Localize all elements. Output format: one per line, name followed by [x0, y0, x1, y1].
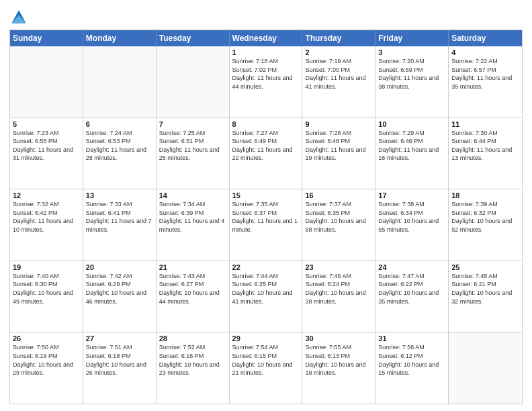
calendar-cell: 9Sunrise: 7:28 AM Sunset: 6:48 PM Daylig… [302, 118, 375, 189]
calendar-cell [157, 46, 230, 118]
day-number: 15 [232, 191, 300, 199]
day-number: 30 [305, 334, 372, 342]
day-number: 4 [451, 48, 519, 56]
calendar-cell: 11Sunrise: 7:30 AM Sunset: 6:44 PM Dayli… [449, 118, 522, 189]
calendar-header-cell: Friday [375, 30, 449, 46]
day-number: 5 [13, 120, 80, 128]
day-number: 18 [451, 191, 519, 199]
day-number: 19 [13, 263, 80, 271]
calendar-cell: 21Sunrise: 7:43 AM Sunset: 6:27 PM Dayli… [157, 261, 230, 332]
day-info: Sunrise: 7:38 AM Sunset: 6:34 PM Dayligh… [378, 200, 445, 234]
day-number: 8 [232, 120, 300, 128]
day-info: Sunrise: 7:25 AM Sunset: 6:51 PM Dayligh… [159, 129, 226, 163]
header [9, 7, 523, 26]
calendar-cell: 30Sunrise: 7:55 AM Sunset: 6:13 PM Dayli… [302, 332, 375, 404]
day-info: Sunrise: 7:43 AM Sunset: 6:27 PM Dayligh… [159, 272, 226, 306]
day-info: Sunrise: 7:30 AM Sunset: 6:44 PM Dayligh… [451, 129, 519, 163]
calendar-cell: 20Sunrise: 7:42 AM Sunset: 6:29 PM Dayli… [83, 261, 157, 332]
day-info: Sunrise: 7:42 AM Sunset: 6:29 PM Dayligh… [86, 272, 153, 306]
day-info: Sunrise: 7:40 AM Sunset: 6:30 PM Dayligh… [13, 272, 80, 306]
calendar-header-cell: Tuesday [157, 30, 230, 46]
calendar-cell: 22Sunrise: 7:44 AM Sunset: 6:25 PM Dayli… [230, 261, 303, 332]
day-number: 20 [86, 263, 153, 271]
svg-marker-1 [12, 15, 26, 23]
calendar-header-cell: Sunday [10, 30, 83, 46]
day-number: 14 [159, 191, 226, 199]
day-info: Sunrise: 7:27 AM Sunset: 6:49 PM Dayligh… [232, 129, 300, 163]
calendar-cell [10, 46, 83, 118]
day-number: 28 [159, 334, 226, 342]
day-number: 29 [232, 334, 300, 342]
day-number: 9 [305, 120, 372, 128]
day-number: 17 [378, 191, 445, 199]
calendar-cell: 1Sunrise: 7:18 AM Sunset: 7:02 PM Daylig… [230, 46, 303, 118]
calendar-header-row: SundayMondayTuesdayWednesdayThursdayFrid… [10, 30, 522, 46]
day-info: Sunrise: 7:54 AM Sunset: 6:15 PM Dayligh… [232, 343, 300, 377]
page: SundayMondayTuesdayWednesdayThursdayFrid… [0, 0, 532, 411]
calendar-cell: 31Sunrise: 7:56 AM Sunset: 6:12 PM Dayli… [375, 332, 449, 404]
calendar-cell: 27Sunrise: 7:51 AM Sunset: 6:18 PM Dayli… [83, 332, 157, 404]
day-number: 31 [378, 334, 445, 342]
day-info: Sunrise: 7:23 AM Sunset: 6:55 PM Dayligh… [13, 129, 80, 163]
calendar-header-cell: Wednesday [230, 30, 303, 46]
day-number: 3 [378, 48, 445, 56]
day-number: 23 [305, 263, 372, 271]
calendar-cell [83, 46, 157, 118]
calendar-cell: 24Sunrise: 7:47 AM Sunset: 6:22 PM Dayli… [375, 261, 449, 332]
calendar-week-row: 26Sunrise: 7:50 AM Sunset: 6:19 PM Dayli… [10, 332, 522, 404]
calendar-cell: 28Sunrise: 7:52 AM Sunset: 6:16 PM Dayli… [157, 332, 230, 404]
day-info: Sunrise: 7:56 AM Sunset: 6:12 PM Dayligh… [378, 343, 445, 377]
calendar-cell: 29Sunrise: 7:54 AM Sunset: 6:15 PM Dayli… [230, 332, 303, 404]
calendar-header-cell: Monday [83, 30, 157, 46]
day-number: 12 [13, 191, 80, 199]
day-info: Sunrise: 7:47 AM Sunset: 6:22 PM Dayligh… [378, 272, 445, 306]
calendar-cell: 6Sunrise: 7:24 AM Sunset: 6:53 PM Daylig… [83, 118, 157, 189]
day-number: 25 [451, 263, 519, 271]
calendar-week-row: 1Sunrise: 7:18 AM Sunset: 7:02 PM Daylig… [10, 46, 522, 118]
calendar-cell: 8Sunrise: 7:27 AM Sunset: 6:49 PM Daylig… [230, 118, 303, 189]
calendar-cell: 18Sunrise: 7:39 AM Sunset: 6:32 PM Dayli… [449, 189, 522, 261]
day-info: Sunrise: 7:55 AM Sunset: 6:13 PM Dayligh… [305, 343, 372, 377]
calendar-cell: 26Sunrise: 7:50 AM Sunset: 6:19 PM Dayli… [10, 332, 83, 404]
day-number: 7 [159, 120, 226, 128]
calendar-cell: 10Sunrise: 7:29 AM Sunset: 6:46 PM Dayli… [375, 118, 449, 189]
day-number: 1 [232, 48, 300, 56]
day-number: 16 [305, 191, 372, 199]
day-info: Sunrise: 7:32 AM Sunset: 6:42 PM Dayligh… [13, 200, 80, 234]
logo [9, 7, 30, 26]
day-info: Sunrise: 7:22 AM Sunset: 6:57 PM Dayligh… [451, 57, 519, 91]
calendar-cell: 3Sunrise: 7:20 AM Sunset: 6:59 PM Daylig… [375, 46, 449, 118]
day-number: 21 [159, 263, 226, 271]
day-info: Sunrise: 7:37 AM Sunset: 6:35 PM Dayligh… [305, 200, 372, 234]
calendar-cell [449, 332, 522, 404]
day-number: 27 [86, 334, 153, 342]
day-info: Sunrise: 7:33 AM Sunset: 6:41 PM Dayligh… [86, 200, 153, 234]
day-info: Sunrise: 7:34 AM Sunset: 6:39 PM Dayligh… [159, 200, 226, 234]
calendar-cell: 12Sunrise: 7:32 AM Sunset: 6:42 PM Dayli… [10, 189, 83, 261]
logo-icon [9, 7, 28, 26]
day-number: 26 [13, 334, 80, 342]
day-info: Sunrise: 7:46 AM Sunset: 6:24 PM Dayligh… [305, 272, 372, 306]
calendar-cell: 2Sunrise: 7:19 AM Sunset: 7:00 PM Daylig… [302, 46, 375, 118]
day-number: 22 [232, 263, 300, 271]
calendar: SundayMondayTuesdayWednesdayThursdayFrid… [9, 30, 523, 404]
calendar-cell: 19Sunrise: 7:40 AM Sunset: 6:30 PM Dayli… [10, 261, 83, 332]
calendar-body: 1Sunrise: 7:18 AM Sunset: 7:02 PM Daylig… [10, 46, 522, 404]
calendar-cell: 16Sunrise: 7:37 AM Sunset: 6:35 PM Dayli… [302, 189, 375, 261]
day-info: Sunrise: 7:48 AM Sunset: 6:21 PM Dayligh… [451, 272, 519, 306]
day-info: Sunrise: 7:35 AM Sunset: 6:37 PM Dayligh… [232, 200, 300, 234]
day-info: Sunrise: 7:20 AM Sunset: 6:59 PM Dayligh… [378, 57, 445, 91]
calendar-cell: 14Sunrise: 7:34 AM Sunset: 6:39 PM Dayli… [157, 189, 230, 261]
day-info: Sunrise: 7:28 AM Sunset: 6:48 PM Dayligh… [305, 129, 372, 163]
calendar-cell: 13Sunrise: 7:33 AM Sunset: 6:41 PM Dayli… [83, 189, 157, 261]
day-info: Sunrise: 7:44 AM Sunset: 6:25 PM Dayligh… [232, 272, 300, 306]
calendar-header-cell: Thursday [302, 30, 375, 46]
day-info: Sunrise: 7:18 AM Sunset: 7:02 PM Dayligh… [232, 57, 300, 91]
calendar-cell: 7Sunrise: 7:25 AM Sunset: 6:51 PM Daylig… [157, 118, 230, 189]
calendar-week-row: 19Sunrise: 7:40 AM Sunset: 6:30 PM Dayli… [10, 261, 522, 332]
calendar-week-row: 12Sunrise: 7:32 AM Sunset: 6:42 PM Dayli… [10, 189, 522, 261]
day-number: 2 [305, 48, 372, 56]
day-info: Sunrise: 7:19 AM Sunset: 7:00 PM Dayligh… [305, 57, 372, 91]
calendar-cell: 17Sunrise: 7:38 AM Sunset: 6:34 PM Dayli… [375, 189, 449, 261]
day-info: Sunrise: 7:52 AM Sunset: 6:16 PM Dayligh… [159, 343, 226, 377]
